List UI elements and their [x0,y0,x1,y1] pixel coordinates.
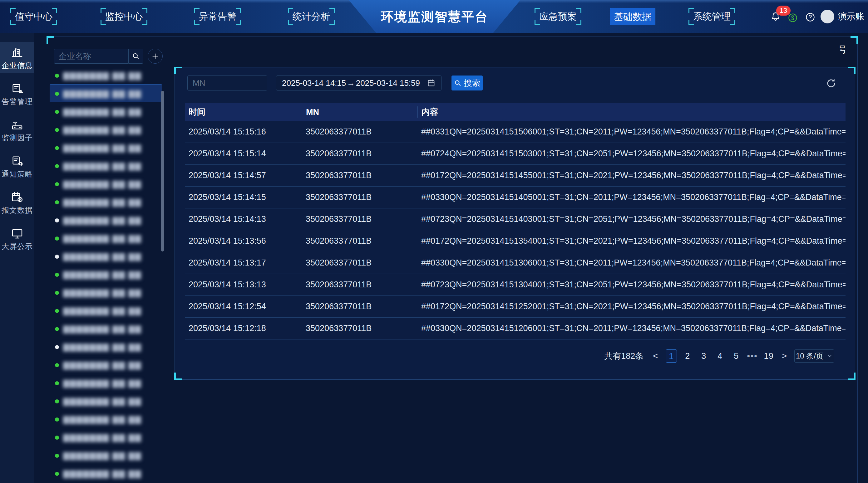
company-list-item[interactable]: ▇▇▇▇▇▇▇ ▇▇ ▇▇ [50,283,162,301]
nav-item-monitor-center[interactable]: 监控中心 [100,8,147,25]
company-list-item[interactable]: ▇▇▇▇▇▇▇ ▇▇ ▇▇ [50,138,162,157]
company-name-redacted: ▇▇▇▇▇▇▇ ▇▇ ▇▇ [63,270,142,279]
nav-item-statistics[interactable]: 统计分析 [288,8,335,25]
status-dot [55,255,59,259]
company-list-item[interactable]: ▇▇▇▇▇▇▇ ▇▇ ▇▇ [50,464,162,482]
sidebar-item-enterprise-info[interactable]: 企业信息 [0,42,34,73]
date-range-picker[interactable]: 2025-03-14 14:15 → 2025-03-14 15:59 [276,75,441,91]
column-header-content: 内容 [417,106,845,118]
table-row[interactable]: 2025/03/14 15:15:143502063377011B##0724Q… [185,143,845,165]
sidebar-item-label: 监测因子 [0,133,34,143]
cell-content: ##0724QN=20250314151503001;ST=31;CN=2051… [417,149,845,159]
cell-time: 2025/03/14 15:12:54 [185,302,302,312]
company-list-item[interactable]: ▇▇▇▇▇▇▇ ▇▇ ▇▇ [50,121,162,138]
company-list-scrollbar[interactable] [161,91,164,252]
company-list-item[interactable]: ▇▇▇▇▇▇▇ ▇▇ ▇▇ [50,428,162,446]
company-list-item[interactable]: ▇▇▇▇▇▇▇ ▇▇ ▇▇ [50,102,162,121]
nav-item-basic-data-active[interactable]: 基础数据 [610,8,655,25]
status-dot [55,472,59,476]
page-number-button[interactable]: 1 [666,350,677,362]
cell-content: ##0172QN=20250314151354001;ST=31;CN=2021… [417,236,845,246]
connection-status-icon[interactable] [788,13,798,23]
table-row[interactable]: 2025/03/14 15:15:163502063377011B##0331Q… [185,121,845,143]
cell-mn: 3502063377011B [302,258,417,268]
company-list-item[interactable]: ▇▇▇▇▇▇▇ ▇▇ ▇▇ [50,229,162,247]
company-list-item[interactable]: ▇▇▇▇▇▇▇ ▇▇ ▇▇ [50,157,162,175]
sidebar-item-message-data[interactable]: 报文数据 [0,187,34,218]
date-end-value[interactable]: 2025-03-14 15:59 [356,78,420,88]
top-nav-bar: 环境监测智慧平台 值守中心 监控中心 异常告警 统计分析 应急预案 基础数据 系… [0,0,868,33]
account-name[interactable]: 演示账号 [838,0,868,33]
page-size-select[interactable]: 10 条/页 [794,350,834,362]
page-number-button[interactable]: 5 [731,350,742,362]
company-list-item[interactable]: ▇▇▇▇▇▇▇ ▇▇ ▇▇ [50,410,162,428]
next-page-button[interactable]: > [781,351,787,361]
corner-decoration [850,36,858,44]
sidebar-item-notify-strategy[interactable]: 通知策略 [0,151,34,182]
cell-content: ##0330QN=20250314151206001;ST=31;CN=2011… [417,324,845,333]
sidebar-item-monitor-factor[interactable]: 监测因子 [0,114,34,146]
table-row[interactable]: 2025/03/14 15:13:563502063377011B##0172Q… [185,230,845,252]
refresh-button[interactable] [826,77,837,89]
sidebar-item-big-screen[interactable]: 大屏公示 [0,223,34,254]
bracket-decoration [288,8,335,25]
bracket-decoration [194,8,241,25]
sidebar-item-alarm-management[interactable]: 告警管理 [0,78,34,109]
sidebar-item-label: 企业信息 [0,61,34,70]
company-list-item[interactable]: ▇▇▇▇▇▇▇ ▇▇ ▇▇ [50,392,162,410]
company-list-item[interactable]: ▇▇▇▇▇▇▇ ▇▇ ▇▇ [50,301,162,320]
company-list-item[interactable]: ▇▇▇▇▇▇▇ ▇▇ ▇▇ [50,247,162,265]
company-name-redacted: ▇▇▇▇▇▇▇ ▇▇ ▇▇ [63,180,142,189]
company-search-input[interactable] [54,49,128,64]
table-row[interactable]: 2025/03/14 15:13:173502063377011B##0330Q… [185,252,845,274]
search-icon [132,52,140,60]
page-number-button[interactable]: 4 [714,350,725,362]
refresh-icon [826,78,837,89]
add-company-button[interactable] [148,49,163,64]
company-list-item[interactable]: ▇▇▇▇▇▇▇ ▇▇ ▇▇ [50,66,162,84]
nav-item-emergency-plan[interactable]: 应急预案 [534,8,581,25]
table-row[interactable]: 2025/03/14 15:14:153502063377011B##0330Q… [185,187,845,208]
company-name-redacted: ▇▇▇▇▇▇▇ ▇▇ ▇▇ [63,288,142,297]
company-list-item[interactable]: ▇▇▇▇▇▇▇ ▇▇ ▇▇ [50,193,162,211]
company-search-button[interactable] [128,49,143,64]
cell-content: ##0331QN=20250314151506001;ST=31;CN=2011… [417,127,845,137]
help-icon[interactable] [806,12,815,22]
cell-mn: 3502063377011B [302,193,417,202]
cell-time: 2025/03/14 15:14:57 [185,171,302,180]
company-list-item[interactable]: ▇▇▇▇▇▇▇ ▇▇ ▇▇ [50,320,162,337]
calendar-icon [427,78,436,87]
company-list-item[interactable]: ▇▇▇▇▇▇▇ ▇▇ ▇▇ [50,337,162,356]
cell-content: ##0723QN=20250314151304001;ST=31;CN=2051… [417,280,845,290]
page-number-button[interactable]: 19 [763,350,774,362]
status-dot [55,182,59,186]
sidebar-item-label: 大屏公示 [0,242,34,252]
pagination: 共有182条 < 12345•••19 > 10 条/页 [604,349,834,363]
company-list-item[interactable]: ▇▇▇▇▇▇▇ ▇▇ ▇▇ [50,356,162,374]
page-number-button[interactable]: 2 [682,350,693,362]
company-list-item[interactable]: ▇▇▇▇▇▇▇ ▇▇ ▇▇ [50,211,162,229]
nav-item-system-management[interactable]: 系统管理 [688,8,735,25]
table-row[interactable]: 2025/03/14 15:12:183502063377011B##0330Q… [185,318,845,340]
company-list-item[interactable]: ▇▇▇▇▇▇▇ ▇▇ ▇▇ [50,446,162,464]
nav-item-abnormal-alarm[interactable]: 异常告警 [194,8,241,25]
company-list-item[interactable]: ▇▇▇▇▇▇▇ ▇▇ ▇▇ [50,84,162,102]
company-list-item[interactable]: ▇▇▇▇▇▇▇ ▇▇ ▇▇ [50,175,162,193]
status-dot [55,110,59,114]
date-start-value[interactable]: 2025-03-14 14:15 [282,78,346,88]
table-row[interactable]: 2025/03/14 15:14:133502063377011B##0723Q… [185,208,845,230]
user-avatar[interactable] [820,10,834,23]
table-row[interactable]: 2025/03/14 15:12:543502063377011B##0172Q… [185,296,845,318]
mn-filter-input[interactable] [187,75,267,91]
cell-mn: 3502063377011B [302,302,417,312]
search-button[interactable]: 搜索 [452,75,483,91]
cell-time: 2025/03/14 15:13:56 [185,236,302,246]
bracket-decoration [534,8,581,25]
page-number-button[interactable]: 3 [698,350,709,362]
company-list-item[interactable]: ▇▇▇▇▇▇▇ ▇▇ ▇▇ [50,374,162,392]
table-row[interactable]: 2025/03/14 15:14:573502063377011B##0172Q… [185,165,845,187]
table-row[interactable]: 2025/03/14 15:13:133502063377011B##0723Q… [185,274,845,296]
company-list-item[interactable]: ▇▇▇▇▇▇▇ ▇▇ ▇▇ [50,265,162,283]
prev-page-button[interactable]: < [652,351,658,361]
nav-item-duty-center[interactable]: 值守中心 [10,8,57,25]
